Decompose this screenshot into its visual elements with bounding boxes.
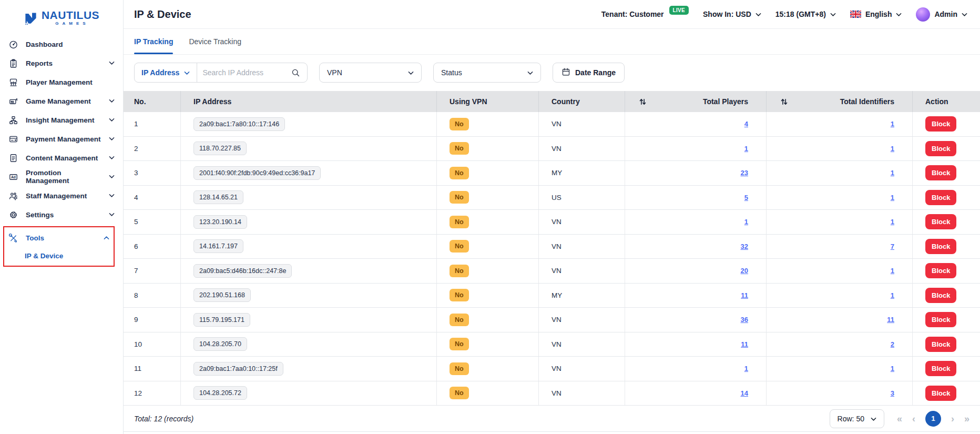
total-identifiers-link[interactable]: 1 [891,365,894,372]
credit-card-icon [8,134,18,144]
table-footer: Total: 12 (records) Row: 50 « ‹ 1 › » [124,406,980,432]
language-selector[interactable]: English [850,10,902,18]
total-identifiers-link[interactable]: 1 [891,267,894,275]
vpn-status-badge: No [450,338,469,350]
block-button[interactable]: Block [925,263,956,278]
country-cell: VN [539,308,625,332]
block-button[interactable]: Block [925,141,956,156]
sidebar-item-dashboard[interactable]: Dashboard [0,35,123,54]
total-identifiers-link[interactable]: 1 [891,291,894,299]
sidebar-item-reports[interactable]: Reports [0,54,123,73]
rows-per-page-selector[interactable]: Row: 50 [830,409,884,428]
chevron-down-icon [109,213,115,217]
page-title: IP & Device [134,8,191,21]
total-identifiers-link[interactable]: 1 [891,194,894,201]
sort-icon[interactable] [780,98,788,106]
search-input[interactable] [197,68,291,77]
vpn-filter-dropdown[interactable]: VPN [319,63,422,83]
block-button[interactable]: Block [925,239,956,254]
total-identifiers-link[interactable]: 1 [891,145,894,153]
total-players-link[interactable]: 4 [744,120,748,128]
sidebar-item-payment-management[interactable]: Payment Management [0,129,123,148]
sidebar-subitem-label: IP & Device [25,252,63,260]
block-button[interactable]: Block [925,116,956,132]
chevron-down-icon [109,175,115,179]
column-header-ip: IP Address [181,91,437,112]
column-header-no: No. [124,91,181,112]
sidebar-item-label: Promotion Management [26,169,101,185]
sidebar-item-game-management[interactable]: Game Management [0,92,123,110]
row-number: 5 [124,210,181,234]
chevron-down-icon [830,10,836,18]
tab-device-tracking[interactable]: Device Tracking [189,29,241,54]
row-number: 2 [124,137,181,161]
current-page-button[interactable]: 1 [925,411,941,427]
total-identifiers-link[interactable]: 2 [891,340,894,348]
block-button[interactable]: Block [925,312,956,327]
row-number: 4 [124,186,181,210]
total-players-link[interactable]: 23 [741,169,748,177]
total-players-link[interactable]: 1 [744,218,748,226]
ip-address-chip: 118.70.227.85 [193,142,247,155]
sidebar-item-promotion-management[interactable]: Ad Promotion Management [0,167,123,186]
total-identifiers-link[interactable]: 7 [891,243,894,250]
sidebar-item-settings[interactable]: Settings [0,205,123,224]
sidebar-item-ip-device[interactable]: IP & Device [4,247,114,265]
column-header-total-players: Total Players [625,91,767,112]
app-root: NAUTILUS GAMES Dashboard Reports [0,0,980,434]
total-players-link[interactable]: 11 [741,291,748,299]
vpn-status-badge: No [450,314,469,326]
last-page-button[interactable]: » [964,414,969,423]
sidebar-item-player-management[interactable]: Player Management [0,73,123,92]
total-identifiers-link[interactable]: 11 [887,316,894,324]
block-button[interactable]: Block [925,288,956,303]
sidebar-item-tools[interactable]: Tools [4,228,114,247]
timezone-selector[interactable]: 15:18 (GMT+8) [775,10,836,18]
block-button[interactable]: Block [925,190,956,205]
block-button[interactable]: Block [925,361,956,376]
row-number: 8 [124,284,181,308]
next-page-button[interactable]: › [951,414,954,423]
search-icon[interactable] [291,68,300,77]
sidebar-item-insight-management[interactable]: Insight Management [0,110,123,129]
block-button[interactable]: Block [925,165,956,180]
country-cell: VN [539,259,625,283]
topbar: IP & Device Tenant: Customer LIVE Show I… [124,0,980,29]
block-button[interactable]: Block [925,386,956,401]
sidebar-item-label: Reports [26,59,101,67]
ad-icon: Ad [8,171,18,182]
block-button[interactable]: Block [925,214,956,229]
sidebar-nav: Dashboard Reports Player Management [0,33,123,267]
chevron-down-icon [896,10,902,18]
total-players-link[interactable]: 1 [744,145,748,153]
brand-logo: NAUTILUS GAMES [0,0,123,33]
ip-address-chip: 202.190.51.168 [193,288,251,302]
currency-selector[interactable]: Show In: USD [703,10,761,18]
chevron-down-icon [109,194,115,198]
user-menu[interactable]: Admin [916,7,967,22]
sidebar-item-content-management[interactable]: Content Management [0,148,123,167]
country-cell: VN [539,357,625,381]
ip-address-chip: 2001:f40:90f:2fdb:90c9:49ed:cc36:9a17 [193,166,321,180]
status-filter-dropdown[interactable]: Status [433,63,541,83]
total-players-link[interactable]: 11 [741,340,748,348]
total-identifiers-link[interactable]: 1 [891,120,894,128]
total-players-link[interactable]: 20 [741,267,748,275]
sidebar-item-staff-management[interactable]: Staff Management [0,186,123,205]
total-players-link[interactable]: 1 [744,365,748,372]
total-players-link[interactable]: 36 [741,316,748,324]
search-field-selector[interactable]: IP Address [135,63,197,82]
total-identifiers-link[interactable]: 1 [891,218,894,226]
date-range-button[interactable]: Date Range [553,63,625,83]
total-identifiers-link[interactable]: 3 [891,389,894,397]
first-page-button[interactable]: « [897,414,902,423]
total-identifiers-link[interactable]: 1 [891,169,894,177]
total-players-link[interactable]: 14 [741,389,748,397]
block-button[interactable]: Block [925,337,956,352]
chevron-down-icon [109,118,115,122]
total-players-link[interactable]: 32 [741,243,748,250]
previous-page-button[interactable]: ‹ [912,414,915,423]
total-players-link[interactable]: 5 [744,194,748,201]
tab-ip-tracking[interactable]: IP Tracking [134,29,173,54]
sort-icon[interactable] [639,98,647,106]
